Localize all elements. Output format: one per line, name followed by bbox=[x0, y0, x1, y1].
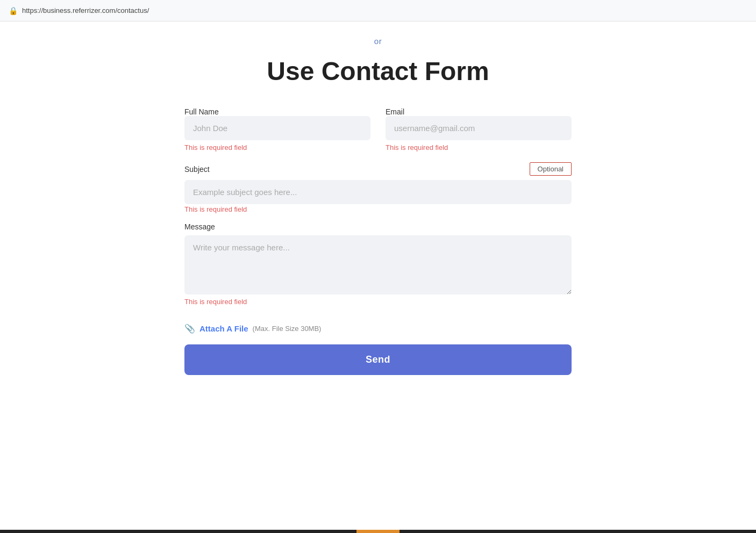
email-error: This is required field bbox=[386, 143, 572, 152]
full-name-error: This is required field bbox=[184, 143, 370, 152]
paperclip-icon: 📎 bbox=[184, 323, 195, 334]
contact-form: Full Name This is required field Email T… bbox=[184, 107, 572, 375]
bottom-bar-dark-left bbox=[0, 530, 356, 533]
bottom-bar-dark-right bbox=[400, 530, 756, 533]
email-label: Email bbox=[386, 107, 572, 116]
message-section: Message This is required field bbox=[184, 222, 572, 306]
subject-label-row: Subject Optional bbox=[184, 162, 572, 176]
email-group: Email This is required field bbox=[386, 107, 572, 152]
url-bar: https://business.referrizer.com/contactu… bbox=[22, 6, 149, 15]
subject-section: Subject Optional This is required field bbox=[184, 162, 572, 214]
message-textarea[interactable] bbox=[184, 235, 572, 294]
or-divider: or bbox=[374, 37, 382, 46]
lock-icon: 🔒 bbox=[9, 6, 18, 15]
email-input[interactable] bbox=[386, 116, 572, 140]
name-email-row: Full Name This is required field Email T… bbox=[184, 107, 572, 160]
page-content: or Use Contact Form Full Name This is re… bbox=[0, 21, 756, 407]
full-name-input[interactable] bbox=[184, 116, 370, 140]
browser-bar: 🔒 https://business.referrizer.com/contac… bbox=[0, 0, 756, 21]
bottom-bar-orange bbox=[356, 530, 400, 533]
subject-input[interactable] bbox=[184, 180, 572, 204]
bottom-bar bbox=[0, 530, 756, 533]
subject-label: Subject bbox=[184, 165, 210, 174]
attach-section: 📎 Attach A File (Max. File Size 30MB) bbox=[184, 323, 572, 334]
message-error: This is required field bbox=[184, 298, 247, 306]
subject-error: This is required field bbox=[184, 205, 247, 213]
full-name-label: Full Name bbox=[184, 107, 370, 116]
attach-link[interactable]: Attach A File bbox=[199, 324, 248, 333]
page-title: Use Contact Form bbox=[267, 56, 489, 86]
send-button[interactable]: Send bbox=[184, 344, 572, 375]
full-name-group: Full Name This is required field bbox=[184, 107, 370, 152]
optional-badge: Optional bbox=[530, 162, 572, 176]
message-label: Message bbox=[184, 222, 572, 231]
file-size-note: (Max. File Size 30MB) bbox=[253, 325, 322, 333]
